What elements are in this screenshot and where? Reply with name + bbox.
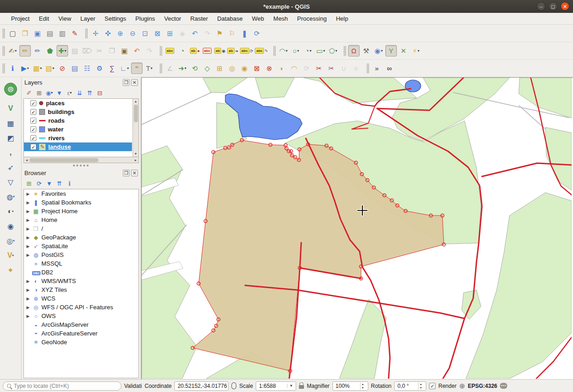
menu-view[interactable]: View <box>54 13 76 25</box>
new-spatial-bookmark-button[interactable]: ⚑ <box>214 28 225 39</box>
close-panel-icon[interactable]: ✕ <box>131 170 138 176</box>
select-by-expression-button[interactable]: ▧▾ <box>44 62 56 74</box>
menu-database[interactable]: Database <box>212 13 247 25</box>
layer-checkbox[interactable]: ✓ <box>30 118 36 124</box>
undo-button[interactable]: ↶ <box>131 45 143 57</box>
close-button[interactable]: ✕ <box>561 2 569 11</box>
chevron-down-icon[interactable]: ▾ <box>286 49 287 53</box>
menu-vector[interactable]: Vector <box>160 13 186 25</box>
add-selected-layers-button[interactable]: ⊞ <box>24 179 34 188</box>
split-features-button[interactable]: ✂ <box>313 62 325 74</box>
layer-checkbox[interactable]: ✓ <box>30 135 36 141</box>
browser-item--[interactable]: ▶❒/ <box>24 224 138 233</box>
show-layout-manager-button[interactable]: ▥ <box>57 28 68 39</box>
minimize-button[interactable]: – <box>537 2 545 11</box>
save-project-button[interactable]: ▣ <box>32 28 43 39</box>
statistical-summary-button[interactable]: ∑ <box>106 62 118 74</box>
layer-diagrams-button[interactable]: ◔ <box>177 45 188 57</box>
browser-item-favorites[interactable]: ▶★Favorites <box>24 189 138 198</box>
chevron-down-icon[interactable]: ▾ <box>40 66 42 70</box>
show-spatial-bookmarks-button[interactable]: ⚐ <box>226 28 238 39</box>
chevron-down-icon[interactable]: ▾ <box>418 49 419 53</box>
menu-edit[interactable]: Edit <box>34 13 53 25</box>
menu-web[interactable]: Web <box>247 13 269 25</box>
map-svg[interactable] <box>142 78 572 379</box>
style-manager-button[interactable]: ✎ <box>69 28 80 39</box>
chevron-down-icon[interactable]: ▾ <box>297 49 299 53</box>
chevron-down-icon[interactable]: ▾ <box>27 66 29 70</box>
chevron-down-icon[interactable]: ▾ <box>127 66 129 70</box>
showhide-labels-button[interactable]: ab◉ <box>214 45 226 57</box>
measure-line-button[interactable]: ∟▾ <box>119 62 130 74</box>
browser-item-home[interactable]: ▶⌂Home <box>24 216 138 224</box>
expand-arrow-icon[interactable]: ▶ <box>26 209 30 214</box>
open-attribute-table-button[interactable]: ▤ <box>69 62 80 74</box>
layer-labeling-button[interactable]: abc <box>164 45 176 57</box>
browser-item-spatial-bookmarks[interactable]: ▶❚Spatial Bookmarks <box>24 198 138 207</box>
delete-ring-button[interactable]: ⊗ <box>264 62 275 74</box>
chevron-down-icon[interactable]: ▼ <box>287 384 293 388</box>
enable-snapping-button[interactable]: Ω <box>348 45 360 57</box>
basic-statistics-button[interactable]: ☷ <box>81 62 93 74</box>
collapse-all-button[interactable]: ⇈ <box>85 88 94 97</box>
add-delimited-text-layer-button[interactable]: , <box>4 146 17 159</box>
chevron-down-icon[interactable]: ▾ <box>381 49 383 53</box>
add-circle-button[interactable]: ○▾ <box>290 45 302 57</box>
expand-arrow-icon[interactable]: ▶ <box>26 314 30 318</box>
show-bookmark-manager-button[interactable]: ❚ <box>239 28 250 39</box>
crs-globe-icon[interactable]: ⊕ <box>459 382 465 390</box>
add-rectangle-button[interactable]: ▭▾ <box>315 45 327 57</box>
refresh-browser-button[interactable]: ⟳ <box>34 179 44 188</box>
add-postgis-layer-button[interactable]: ◍▾ <box>4 190 17 204</box>
browser-item-wcs[interactable]: ▶⊕WCS <box>24 294 138 303</box>
toolbar-overflow-button[interactable]: » <box>371 62 383 74</box>
deselect-all-button[interactable]: ⊘ <box>57 62 68 74</box>
open-project-button[interactable]: ❒ <box>19 28 31 39</box>
browser-item-xyz-tiles[interactable]: ▶◑XYZ Tiles <box>24 285 138 294</box>
layer-item-places[interactable]: ✓places <box>24 99 132 108</box>
chevron-down-icon[interactable]: ▾ <box>335 49 337 53</box>
new-print-layout-button[interactable]: ▤ <box>44 28 56 39</box>
add-mesh-layer-button[interactable]: ◩ <box>4 131 17 145</box>
map-canvas[interactable] <box>141 77 573 379</box>
filter-browser-button[interactable]: ▼ <box>45 179 54 188</box>
browser-item-geonode[interactable]: ✳GeoNode <box>24 338 138 347</box>
pan-to-selection-button[interactable]: ✜ <box>102 28 114 39</box>
change-label-button[interactable]: abc✎ <box>254 45 268 57</box>
chevron-down-icon[interactable]: ▾ <box>309 49 311 53</box>
layer-checkbox[interactable]: ✓ <box>30 144 36 150</box>
save-layer-edits-button[interactable]: ✏ <box>32 45 43 57</box>
zoom-to-selection-button[interactable]: ⊠ <box>152 28 163 39</box>
add-circular-string-button[interactable]: ◠▾ <box>278 45 289 57</box>
new-project-button[interactable]: ▢ <box>7 28 18 39</box>
map-tips-button[interactable]: ❝ <box>131 62 143 74</box>
chevron-down-icon[interactable]: ▾ <box>184 66 186 70</box>
expand-arrow-icon[interactable]: ▶ <box>26 192 30 196</box>
refresh-map-button[interactable]: ⟳ <box>251 28 263 39</box>
topological-editing-button[interactable]: Y <box>385 45 397 57</box>
simplify-feature-button[interactable]: ◇ <box>201 62 213 74</box>
expand-arrow-icon[interactable]: ▶ <box>26 235 30 240</box>
layer-item-rivers[interactable]: ✓rivers <box>24 134 132 142</box>
split-parts-button[interactable]: ✂ <box>326 62 337 74</box>
add-mssql-layer-button[interactable]: ▽ <box>4 175 17 189</box>
move-features-button[interactable]: ➜▾ <box>177 62 188 74</box>
layer-item-landuse[interactable]: ✓✎landuse <box>24 142 132 151</box>
menu-settings[interactable]: Settings <box>100 13 131 25</box>
chevron-down-icon[interactable]: ▾ <box>64 49 66 53</box>
coordinate-input[interactable]: 20.52152,-34.01776 <box>174 381 229 391</box>
expand-all-button[interactable]: ⇊ <box>75 88 84 97</box>
toolbar-grip[interactable] <box>85 28 88 39</box>
remove-layer-button[interactable]: ⊟ <box>95 88 104 97</box>
layer-item-roads[interactable]: ✓roads <box>24 116 132 125</box>
locator-search-input[interactable]: Type to locate (Ctrl+K) <box>3 381 121 391</box>
toolbar-grip[interactable] <box>2 46 5 56</box>
open-layer-styling-button[interactable]: ✐ <box>24 88 34 97</box>
offset-curve-button[interactable]: ◠ <box>288 62 300 74</box>
zoom-out-button[interactable]: ⊖ <box>127 28 138 39</box>
rotation-spinner[interactable]: 0,0 ° ▲▼ <box>394 381 426 391</box>
lock-scale-icon[interactable] <box>299 385 304 389</box>
pan-map-button[interactable]: ✛ <box>90 28 101 39</box>
layers-horizontal-scrollbar[interactable]: ◄► <box>23 157 139 163</box>
zoom-to-layer-button[interactable]: ⊞ <box>164 28 176 39</box>
